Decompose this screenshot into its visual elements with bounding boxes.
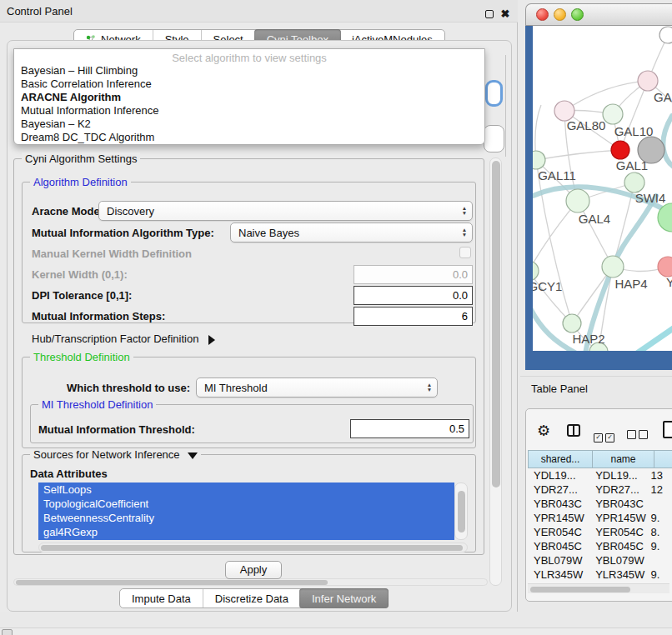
node-label: Y — [666, 275, 672, 289]
network-view-canvas[interactable]: GALGAL80GAL10GAL1GAL11SWI4GAL4GCY1HAP4YH… — [533, 26, 672, 351]
table-cell: YBR043C — [589, 497, 648, 511]
tab-impute-data[interactable]: Impute Data — [120, 589, 203, 608]
data-attribute-item[interactable]: SelfLoops — [38, 482, 454, 497]
algorithm-option[interactable]: Bayesian – Hill Climbing — [14, 64, 484, 78]
collapsed-panel-icon[interactable] — [2, 629, 13, 635]
algorithm-option[interactable]: Mutual Information Inference — [14, 104, 484, 118]
network-node[interactable] — [638, 71, 658, 91]
kernel-width-input[interactable] — [354, 265, 473, 284]
dpi-tolerance-input[interactable] — [354, 286, 473, 305]
hidden-combo-fragment[interactable] — [484, 125, 504, 152]
table-row[interactable]: YDR27...YDR27...12 — [528, 482, 672, 497]
algorithm-option[interactable]: Basic Correlation Inference — [14, 78, 484, 91]
network-node[interactable] — [624, 172, 644, 192]
table-column-header[interactable] — [654, 450, 672, 468]
tab-label: Infer Network — [312, 592, 376, 605]
network-edge — [536, 160, 572, 323]
attributes-list-hscrollbar[interactable] — [38, 542, 468, 552]
node-label: GAL80 — [567, 118, 606, 132]
manual-kernel-width-checkbox[interactable] — [459, 247, 471, 258]
network-node[interactable] — [533, 261, 539, 281]
table-cell: YBL079W — [528, 553, 589, 568]
tab-label: Impute Data — [132, 592, 191, 605]
settings-hscrollbar[interactable] — [13, 578, 488, 586]
mi-steps-input[interactable] — [354, 307, 473, 326]
tab-discretize-data[interactable]: Discretize Data — [203, 589, 300, 608]
settings-gear-icon[interactable] — [537, 422, 550, 440]
table-row[interactable]: YLR345WYLR345W9. — [528, 568, 672, 582]
table-row[interactable]: YBL079WYBL079W — [528, 553, 672, 568]
table-row[interactable]: YER054CYER054C8. — [528, 525, 672, 539]
node-label: SWI4 — [635, 191, 666, 205]
network-node[interactable] — [603, 104, 623, 124]
table-row[interactable]: YIL052CYIL052C9. — [528, 582, 672, 582]
table-cell: 8. — [648, 525, 672, 539]
minimize-traffic-light-icon[interactable] — [554, 8, 566, 21]
stepper-icon — [422, 382, 437, 392]
float-window-icon[interactable] — [485, 10, 494, 18]
tab-infer-network[interactable]: Infer Network — [299, 588, 389, 608]
document-icon[interactable] — [663, 421, 672, 438]
collapse-down-icon[interactable] — [188, 452, 198, 459]
aracne-mode-select[interactable]: Discovery — [98, 201, 473, 221]
mi-threshold-definition-title: MI Threshold Definition — [38, 398, 156, 411]
network-node[interactable] — [659, 27, 672, 43]
node-label: GAL4 — [579, 212, 610, 226]
node-label: GCY1 — [533, 279, 562, 293]
table-header: shared...name — [528, 450, 672, 468]
network-node[interactable] — [563, 314, 581, 332]
table-cell: YBR043C — [528, 497, 589, 511]
table-cell: 9. — [648, 582, 672, 582]
table-hscrollbar[interactable] — [528, 583, 669, 593]
network-node[interactable] — [658, 257, 672, 277]
select-none-unchecked-icon[interactable] — [627, 428, 650, 442]
data-attribute-item[interactable]: gal4RGexp — [38, 525, 454, 539]
aracne-mode-value: Discovery — [107, 205, 154, 218]
dpi-tolerance-label: DPI Tolerance [0,1]: — [32, 289, 132, 302]
node-label: GAL10 — [614, 124, 654, 138]
table-column-header[interactable]: shared... — [528, 450, 593, 468]
mi-algorithm-type-select[interactable]: Naive Bayes — [230, 222, 473, 242]
stepper-icon — [457, 228, 472, 238]
tab-label: Discretize Data — [215, 592, 288, 605]
expand-right-icon[interactable] — [208, 335, 215, 345]
network-node[interactable] — [602, 256, 624, 278]
table-column-header[interactable]: name — [593, 450, 654, 468]
table-cell: YIL052C — [589, 582, 648, 582]
table-row[interactable]: YPR145WYPR145W9. — [528, 511, 672, 525]
which-threshold-select[interactable]: MI Threshold — [196, 378, 438, 398]
select-all-checked-icon[interactable] — [594, 428, 617, 442]
table-row[interactable]: YBR043CYBR043C — [528, 497, 672, 511]
algorithm-option[interactable]: Bayesian – K2 — [14, 118, 484, 131]
mi-steps-label: Mutual Information Steps: — [32, 310, 165, 322]
table-cell: YLR345W — [528, 568, 589, 582]
mutual-information-threshold-input[interactable] — [350, 419, 469, 438]
zoom-traffic-light-icon[interactable] — [571, 8, 584, 21]
data-attributes-list[interactable]: SelfLoopsTopologicalCoefficientBetweenne… — [38, 482, 454, 540]
network-node[interactable] — [611, 141, 629, 159]
attributes-list-vscrollbar[interactable] — [454, 482, 468, 540]
settings-vscrollbar[interactable] — [489, 158, 502, 586]
algorithm-option[interactable]: Dream8 DC_TDC Algorithm — [14, 131, 484, 144]
table-cell: YBL079W — [589, 553, 648, 568]
table-row[interactable]: YDL19...YDL19...13 — [528, 468, 672, 482]
table-panel-separator — [520, 376, 672, 377]
table-row[interactable]: YBR045CYBR045C9. — [528, 539, 672, 553]
apply-button[interactable]: Apply — [225, 561, 282, 579]
data-attribute-item[interactable]: TopologicalCoefficient — [38, 497, 454, 511]
column-layout-icon[interactable] — [567, 424, 580, 437]
close-traffic-light-icon[interactable] — [536, 8, 549, 21]
close-icon[interactable] — [499, 7, 512, 20]
threshold-definition-title: Threshold Definition — [30, 351, 133, 363]
algorithm-popup: Select algorithm to view settings Bayesi… — [13, 48, 485, 145]
data-attribute-item[interactable]: BetweennessCentrality — [38, 511, 454, 525]
hidden-focused-combo-fragment[interactable] — [485, 80, 503, 107]
network-node[interactable] — [566, 189, 589, 212]
cyni-mode-tabs: Impute DataDiscretize DataInfer Network — [119, 588, 389, 608]
algorithm-option[interactable]: ARACNE Algorithm — [14, 91, 484, 104]
network-edge-highlighted — [634, 328, 672, 351]
table-cell: 13 — [648, 468, 672, 482]
hub-transcription-factor-section[interactable]: Hub/Transcription Factor Definition — [32, 332, 215, 345]
aracne-mode-label: Aracne Mode: — [32, 205, 103, 218]
sources-title[interactable]: Sources for Network Inference — [30, 448, 201, 461]
